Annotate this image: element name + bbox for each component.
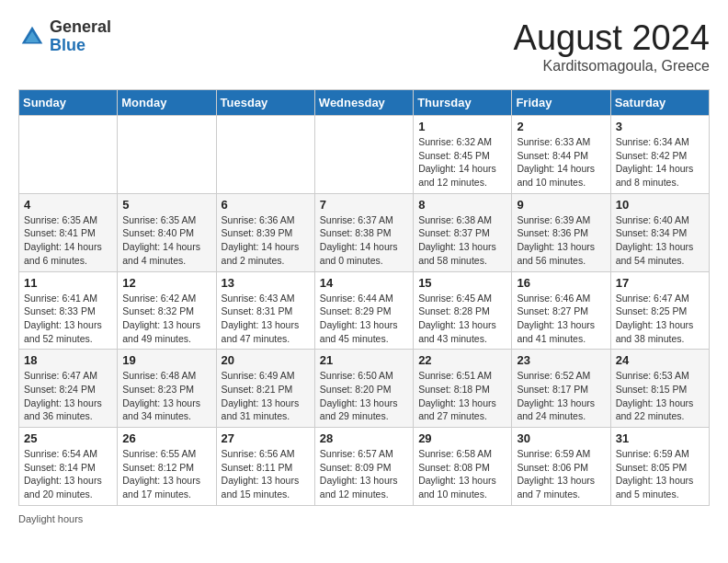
title-area: August 2024 Karditsomagoula, Greece [514,18,710,75]
calendar-cell: 27Sunrise: 6:56 AMSunset: 8:11 PMDayligh… [216,428,314,506]
calendar-cell: 28Sunrise: 6:57 AMSunset: 8:09 PMDayligh… [314,428,413,506]
day-info: Sunrise: 6:32 AMSunset: 8:45 PMDaylight:… [418,135,506,190]
calendar-cell: 10Sunrise: 6:40 AMSunset: 8:34 PMDayligh… [610,193,709,271]
logo-general-text: General [50,18,111,37]
calendar-cell: 7Sunrise: 6:37 AMSunset: 8:38 PMDaylight… [314,193,413,271]
calendar-cell: 2Sunrise: 6:33 AMSunset: 8:44 PMDaylight… [512,116,610,194]
calendar-cell: 3Sunrise: 6:34 AMSunset: 8:42 PMDaylight… [610,116,709,194]
day-number: 6 [222,198,310,212]
day-info: Sunrise: 6:41 AMSunset: 8:33 PMDaylight:… [24,292,112,346]
day-number: 10 [616,198,704,212]
month-title: August 2024 [514,18,710,58]
day-info: Sunrise: 6:46 AMSunset: 8:27 PMDaylight:… [517,292,605,346]
day-info: Sunrise: 6:35 AMSunset: 8:41 PMDaylight:… [24,213,112,268]
day-number: 3 [616,120,704,133]
calendar-cell: 17Sunrise: 6:47 AMSunset: 8:25 PMDayligh… [610,271,709,350]
day-header-thursday: Thursday [414,90,512,116]
day-number: 11 [24,276,112,290]
day-header-sunday: Sunday [19,90,118,116]
day-header-saturday: Saturday [610,90,709,116]
day-info: Sunrise: 6:59 AMSunset: 8:05 PMDaylight:… [616,447,704,501]
calendar-cell: 26Sunrise: 6:55 AMSunset: 8:12 PMDayligh… [118,428,216,506]
calendar-cell: 30Sunrise: 6:59 AMSunset: 8:06 PMDayligh… [512,428,610,506]
calendar-cell [118,116,216,194]
day-number: 27 [222,431,310,445]
daylight-hours-label: Daylight hours [18,513,83,524]
day-number: 14 [320,276,408,290]
day-info: Sunrise: 6:52 AMSunset: 8:17 PMDaylight:… [517,369,605,423]
calendar-cell: 8Sunrise: 6:38 AMSunset: 8:37 PMDaylight… [414,193,512,271]
day-info: Sunrise: 6:36 AMSunset: 8:39 PMDaylight:… [222,213,310,268]
day-info: Sunrise: 6:34 AMSunset: 8:42 PMDaylight:… [616,135,704,190]
day-number: 5 [122,198,210,212]
calendar-cell: 13Sunrise: 6:43 AMSunset: 8:31 PMDayligh… [216,271,314,350]
location-title: Karditsomagoula, Greece [514,58,710,75]
day-number: 22 [418,353,506,367]
day-header-wednesday: Wednesday [314,90,413,116]
calendar-cell: 9Sunrise: 6:39 AMSunset: 8:36 PMDaylight… [512,193,610,271]
calendar-cell: 11Sunrise: 6:41 AMSunset: 8:33 PMDayligh… [19,271,118,350]
day-number: 16 [517,276,605,290]
day-info: Sunrise: 6:39 AMSunset: 8:36 PMDaylight:… [517,213,605,268]
day-number: 24 [616,353,704,367]
day-number: 9 [517,198,605,212]
calendar-cell [216,116,314,194]
day-info: Sunrise: 6:42 AMSunset: 8:32 PMDaylight:… [122,292,210,346]
header: General Blue August 2024 Karditsomagoula… [18,18,710,75]
day-info: Sunrise: 6:55 AMSunset: 8:12 PMDaylight:… [122,447,210,501]
day-header-tuesday: Tuesday [216,90,314,116]
week-row-4: 18Sunrise: 6:47 AMSunset: 8:24 PMDayligh… [19,350,710,428]
day-number: 30 [517,431,605,445]
header-row: SundayMondayTuesdayWednesdayThursdayFrid… [19,90,710,116]
calendar-cell: 29Sunrise: 6:58 AMSunset: 8:08 PMDayligh… [414,428,512,506]
day-info: Sunrise: 6:35 AMSunset: 8:40 PMDaylight:… [122,213,210,268]
day-number: 4 [24,198,112,212]
day-info: Sunrise: 6:38 AMSunset: 8:37 PMDaylight:… [418,213,506,268]
day-number: 2 [517,120,605,133]
calendar-cell [314,116,413,194]
day-number: 18 [24,353,112,367]
calendar-cell: 31Sunrise: 6:59 AMSunset: 8:05 PMDayligh… [610,428,709,506]
calendar-cell [19,116,118,194]
footer-note: Daylight hours [18,513,710,524]
day-info: Sunrise: 6:33 AMSunset: 8:44 PMDaylight:… [517,135,605,190]
day-info: Sunrise: 6:43 AMSunset: 8:31 PMDaylight:… [222,292,310,346]
day-number: 25 [24,431,112,445]
day-number: 12 [122,276,210,290]
day-info: Sunrise: 6:48 AMSunset: 8:23 PMDaylight:… [122,369,210,423]
day-header-friday: Friday [512,90,610,116]
calendar-cell: 5Sunrise: 6:35 AMSunset: 8:40 PMDaylight… [118,193,216,271]
week-row-3: 11Sunrise: 6:41 AMSunset: 8:33 PMDayligh… [19,271,710,350]
day-info: Sunrise: 6:44 AMSunset: 8:29 PMDaylight:… [320,292,408,346]
week-row-5: 25Sunrise: 6:54 AMSunset: 8:14 PMDayligh… [19,428,710,506]
logo: General Blue [18,18,111,55]
day-number: 20 [222,353,310,367]
day-info: Sunrise: 6:37 AMSunset: 8:38 PMDaylight:… [320,213,408,268]
calendar: SundayMondayTuesdayWednesdayThursdayFrid… [18,89,710,506]
day-info: Sunrise: 6:49 AMSunset: 8:21 PMDaylight:… [222,369,310,423]
calendar-cell: 22Sunrise: 6:51 AMSunset: 8:18 PMDayligh… [414,350,512,428]
day-info: Sunrise: 6:47 AMSunset: 8:24 PMDaylight:… [24,369,112,423]
day-number: 7 [320,198,408,212]
week-row-1: 1Sunrise: 6:32 AMSunset: 8:45 PMDaylight… [19,116,710,194]
day-number: 15 [418,276,506,290]
day-number: 31 [616,431,704,445]
day-info: Sunrise: 6:59 AMSunset: 8:06 PMDaylight:… [517,447,605,501]
day-info: Sunrise: 6:58 AMSunset: 8:08 PMDaylight:… [418,447,506,501]
calendar-cell: 4Sunrise: 6:35 AMSunset: 8:41 PMDaylight… [19,193,118,271]
calendar-cell: 23Sunrise: 6:52 AMSunset: 8:17 PMDayligh… [512,350,610,428]
calendar-cell: 14Sunrise: 6:44 AMSunset: 8:29 PMDayligh… [314,271,413,350]
calendar-cell: 24Sunrise: 6:53 AMSunset: 8:15 PMDayligh… [610,350,709,428]
day-number: 28 [320,431,408,445]
calendar-cell: 21Sunrise: 6:50 AMSunset: 8:20 PMDayligh… [314,350,413,428]
calendar-cell: 20Sunrise: 6:49 AMSunset: 8:21 PMDayligh… [216,350,314,428]
day-number: 1 [418,120,506,133]
week-row-2: 4Sunrise: 6:35 AMSunset: 8:41 PMDaylight… [19,193,710,271]
day-header-monday: Monday [118,90,216,116]
day-number: 21 [320,353,408,367]
day-info: Sunrise: 6:57 AMSunset: 8:09 PMDaylight:… [320,447,408,501]
calendar-cell: 16Sunrise: 6:46 AMSunset: 8:27 PMDayligh… [512,271,610,350]
logo-blue-text: Blue [50,37,111,55]
day-info: Sunrise: 6:50 AMSunset: 8:20 PMDaylight:… [320,369,408,423]
day-number: 17 [616,276,704,290]
